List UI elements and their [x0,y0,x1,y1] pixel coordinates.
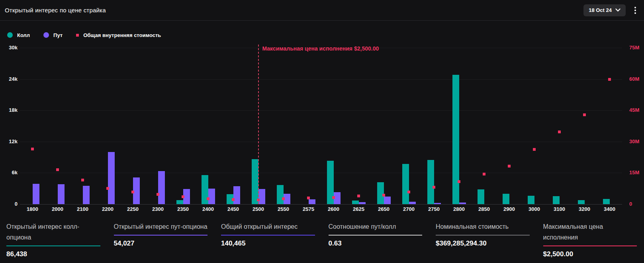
intrinsic-value-point[interactable] [282,197,285,200]
intrinsic-value-point[interactable] [357,195,360,197]
intrinsic-value-point[interactable] [232,198,235,201]
put-bar[interactable] [434,203,441,204]
call-bar[interactable] [603,199,610,204]
call-bar[interactable] [176,200,183,204]
stat-value: 0.63 [329,240,423,247]
put-bar[interactable] [208,189,215,204]
call-bar[interactable] [503,194,509,204]
options-open-interest-panel: Открытый интерес по цене страйка 18 Oct … [0,0,644,263]
stat-underline [543,245,637,246]
left-axis-tick: 18k [0,107,18,114]
gridline [20,142,622,142]
intrinsic-value-point[interactable] [106,187,109,190]
put-bar[interactable] [258,189,265,204]
intrinsic-value-point[interactable] [407,191,410,193]
intrinsic-value-point[interactable] [81,179,84,181]
right-axis-tick: 60M [629,76,644,83]
x-axis-label: 1800 [20,206,45,212]
call-bar[interactable] [277,185,284,204]
x-axis-label: 3400 [597,206,622,212]
intrinsic-value-point[interactable] [332,196,335,199]
stat-label: Максимальная цена исполнения [543,221,637,243]
intrinsic-value-point[interactable] [583,113,586,116]
call-bar[interactable] [377,182,384,204]
intrinsic-value-point[interactable] [433,186,435,189]
put-bar[interactable] [58,184,65,204]
intrinsic-value-point[interactable] [131,191,134,193]
stat-label: Общий открытый интерес [221,221,315,232]
max-pain-line [258,45,259,204]
intrinsic-value-point[interactable] [558,131,561,133]
intrinsic-value-point[interactable] [382,194,385,197]
call-bar[interactable] [528,196,534,204]
x-axis-label: 3100 [547,206,572,212]
put-bar[interactable] [108,152,115,204]
x-axis-label: 2450 [221,206,246,212]
put-bar[interactable] [158,171,165,204]
intrinsic-value-point[interactable] [56,168,59,171]
call-bar[interactable] [478,189,484,204]
x-axis-baseline [20,204,622,205]
right-axis-tick: 75M [629,44,644,51]
stat-max-pain-price: Максимальная цена исполнения $2,500.00 [537,216,644,263]
right-axis-tick: 45M [629,107,644,114]
intrinsic-value-point[interactable] [31,148,34,150]
left-axis-tick: 12k [0,138,18,145]
intrinsic-value-point[interactable] [207,197,209,200]
put-bar[interactable] [384,197,391,204]
intrinsic-value-point[interactable] [483,173,485,175]
put-bar[interactable] [33,184,39,204]
call-bar[interactable] [352,201,359,204]
stat-value: 140,465 [221,240,315,247]
x-axis-label: 2750 [421,206,446,212]
max-pain-label: Максимальная цена исполнения $2,500.00 [262,45,379,52]
call-bar[interactable] [427,160,434,204]
stat-value: $369,285,294.30 [436,240,530,247]
x-axis-label: 3000 [522,206,547,212]
intrinsic-value-point[interactable] [508,165,511,168]
x-axis-label: 2900 [497,206,522,212]
stat-notional-value: Номинальная стоимость $369,285,294.30 [429,216,537,263]
x-axis-label: 2625 [346,206,371,212]
stat-value: 86,438 [6,250,100,258]
x-axis-label: 2200 [95,206,120,212]
stat-underline [221,235,315,236]
x-axis-label: 2850 [472,206,497,212]
intrinsic-value-point[interactable] [307,197,310,199]
put-bar[interactable] [83,186,90,204]
stat-call-open-interest: Открытый интерес колл-опциона 86,438 [0,216,108,263]
x-axis-label: 2350 [170,206,196,212]
x-axis-label: 2000 [45,206,70,212]
call-bar[interactable] [252,159,258,204]
put-bar[interactable] [459,203,466,204]
put-bar[interactable] [309,199,315,204]
left-axis-tick: 6k [0,169,18,176]
stat-put-open-interest: Открытый интерес пут-опциона 54,027 [108,216,215,263]
put-bar[interactable] [359,202,366,204]
call-bar[interactable] [553,196,560,204]
put-bar[interactable] [233,186,240,204]
x-axis-label: 2575 [296,206,321,212]
intrinsic-value-point[interactable] [608,78,611,81]
chart-area: 006k15M12k30M18k45M24k60M30k75M180020002… [0,0,644,215]
left-axis-tick: 30k [0,44,18,51]
right-axis-tick: 30M [629,138,644,145]
put-bar[interactable] [409,202,416,204]
intrinsic-value-point[interactable] [533,148,536,151]
intrinsic-value-point[interactable] [458,180,460,183]
stat-label: Номинальная стоимость [436,221,530,232]
call-bar[interactable] [402,164,409,204]
x-axis-label: 2500 [246,206,271,212]
stat-total-open-interest: Общий открытый интерес 140,465 [215,216,322,263]
right-axis-tick: 15M [629,169,644,176]
intrinsic-value-point[interactable] [182,195,184,198]
stat-label: Соотношение пут/колл [329,221,423,232]
right-axis-tick: 0 [629,201,644,208]
x-axis-label: 2300 [145,206,170,212]
x-axis-label: 3200 [572,206,597,212]
stat-underline [6,245,100,246]
call-bar[interactable] [452,75,459,204]
call-bar[interactable] [578,200,585,204]
stat-underline [114,235,208,236]
intrinsic-value-point[interactable] [157,193,159,196]
